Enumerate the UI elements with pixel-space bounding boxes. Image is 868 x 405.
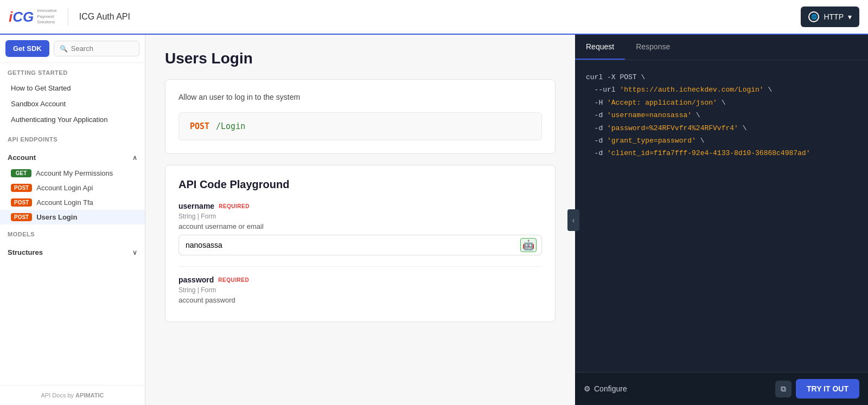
playground-title: API Code Playground xyxy=(178,178,542,191)
http-selector-button[interactable]: 🌐 HTTP ▾ xyxy=(801,7,859,27)
globe-icon: 🌐 xyxy=(808,11,819,22)
api-endpoints-title: API ENDPOINTS xyxy=(8,136,137,143)
sidebar-top-bar: Get SDK 🔍 xyxy=(0,35,145,63)
code-line-4: -d 'username=nanosassa' \ xyxy=(586,109,857,121)
sidebar-item-how-to-get-started[interactable]: How to Get Started xyxy=(8,80,137,96)
copy-button[interactable]: ⧉ xyxy=(775,381,792,397)
code-line-6: -d 'grant_type=password' \ xyxy=(586,134,857,147)
code-line-5: -d 'password=%24RFVvfr4%24RFVvfr4' \ xyxy=(586,122,857,134)
models-section: MODELS xyxy=(0,224,145,244)
sidebar-sub-item-users-login[interactable]: POST Users Login xyxy=(0,210,145,224)
username-input[interactable] xyxy=(178,235,542,255)
code-text: \ xyxy=(717,99,726,107)
http-label: HTTP xyxy=(824,12,844,21)
password-required-badge: REQUIRED xyxy=(218,277,249,283)
code-text: --url xyxy=(586,86,620,94)
code-text: -d xyxy=(586,137,607,145)
apimatic-brand: APIMATIC xyxy=(75,392,104,398)
code-text: \ xyxy=(738,124,747,132)
username-meta: String | Form xyxy=(178,213,542,220)
playground-section: API Code Playground username REQUIRED St… xyxy=(165,165,556,322)
collapse-panel-button[interactable]: ‹ xyxy=(567,209,579,231)
header-api-title: ICG Auth API xyxy=(79,12,130,22)
username-description: account username or email xyxy=(178,222,542,230)
logo-area: i CG Innovative Payment Solutions xyxy=(9,8,68,25)
description-text: Allow an user to log in to the system xyxy=(178,93,542,101)
endpoint-box: POST /Login xyxy=(178,112,542,140)
sidebar-footer: API Docs by APIMATIC xyxy=(0,385,145,405)
bot-icon: 🤖 xyxy=(520,238,537,252)
sidebar-sub-item-permissions[interactable]: GET Account My Permissions xyxy=(0,166,145,181)
code-text: -d xyxy=(586,111,607,119)
endpoint-path: /Login xyxy=(216,121,245,131)
api-endpoints-section: API ENDPOINTS xyxy=(0,130,145,149)
password-meta: String | Form xyxy=(178,286,542,294)
account-group-header[interactable]: Account ∧ xyxy=(0,149,145,166)
account-group-label: Account xyxy=(8,153,36,162)
code-line-3: -H 'Accept: application/json' \ xyxy=(586,97,857,109)
sidebar-item-label-active: Users Login xyxy=(36,213,77,221)
app-header: i CG Innovative Payment Solutions ICG Au… xyxy=(0,0,868,35)
code-text: -H xyxy=(586,99,607,107)
code-text: -d xyxy=(586,149,607,157)
endpoint-section: Allow an user to log in to the system PO… xyxy=(165,79,556,154)
configure-button[interactable]: ⚙ Configure xyxy=(584,384,627,393)
structures-group-header[interactable]: Structures ∨ xyxy=(0,244,145,261)
code-text: \ xyxy=(696,137,705,145)
tab-request[interactable]: Request xyxy=(575,35,625,60)
search-box: 🔍 xyxy=(54,41,139,56)
username-field: username REQUIRED String | Form account … xyxy=(178,202,542,255)
username-field-header: username REQUIRED xyxy=(178,202,542,210)
getting-started-title: GETTING STARTED xyxy=(8,69,137,76)
sidebar-item-authenticating[interactable]: Authenticating Your Application xyxy=(8,112,137,127)
password-field-header: password REQUIRED xyxy=(178,275,542,284)
sidebar-sub-item-login-tfa[interactable]: POST Account Login Tfa xyxy=(0,195,145,210)
getting-started-section: GETTING STARTED How to Get Started Sandb… xyxy=(0,63,145,130)
password-label: password xyxy=(178,275,214,284)
configure-label: Configure xyxy=(594,384,627,393)
tab-response[interactable]: Response xyxy=(625,35,681,60)
try-it-out-button[interactable]: TRY IT OUT xyxy=(796,379,859,398)
logo-cg: CG xyxy=(12,10,34,24)
code-string: 'client_id=f1fa7fff-92e4-4133-8d10-36868… xyxy=(607,149,810,157)
models-title: MODELS xyxy=(8,231,137,237)
panel-footer: ⚙ Configure ⧉ TRY IT OUT xyxy=(575,372,868,405)
gear-icon: ⚙ xyxy=(584,384,591,393)
sidebar-sub-item-login-api[interactable]: POST Account Login Api xyxy=(0,181,145,195)
field-divider xyxy=(178,266,542,267)
right-panel: ‹ Request Response curl -X POST \ --url … xyxy=(575,35,868,405)
account-group: Account ∧ GET Account My Permissions POS… xyxy=(0,149,145,224)
main-content: Users Login Allow an user to log in to t… xyxy=(145,35,575,405)
sidebar-item-label: Account Login Api xyxy=(36,184,93,192)
code-line-7: -d 'client_id=f1fa7fff-92e4-4133-8d10-36… xyxy=(586,147,857,159)
code-url: 'https://auth.icheckdev.com/Login' xyxy=(620,86,763,94)
code-area: curl -X POST \ --url 'https://auth.ichec… xyxy=(575,60,868,372)
post-badge: POST xyxy=(11,184,32,192)
search-input[interactable] xyxy=(71,44,133,53)
sidebar-item-sandbox-account[interactable]: Sandbox Account xyxy=(8,96,137,112)
username-input-wrap: 🤖 xyxy=(178,235,542,255)
chevron-down-icon-models: ∨ xyxy=(132,249,137,256)
code-text: \ xyxy=(764,86,773,94)
password-description: account password xyxy=(178,296,542,304)
username-label: username xyxy=(178,202,214,210)
code-text: \ xyxy=(692,111,700,119)
code-line-1: curl -X POST \ xyxy=(586,71,857,83)
get-sdk-button[interactable]: Get SDK xyxy=(5,40,49,57)
post-badge-active: POST xyxy=(11,213,32,221)
code-line-2: --url 'https://auth.icheckdev.com/Login'… xyxy=(586,83,857,96)
username-required-badge: REQUIRED xyxy=(219,203,250,209)
endpoint-method: POST xyxy=(190,121,209,131)
logo-i: i xyxy=(9,10,12,24)
sidebar-item-label: Account My Permissions xyxy=(36,169,113,177)
code-string: 'Accept: application/json' xyxy=(607,99,717,107)
code-string: 'username=nanosassa' xyxy=(607,111,692,119)
code-text: curl -X POST \ xyxy=(586,73,645,81)
password-field: password REQUIRED String | Form account … xyxy=(178,275,542,304)
code-string: 'password=%24RFVvfr4%24RFVvfr4' xyxy=(607,124,738,132)
panel-tabs: Request Response xyxy=(575,35,868,60)
get-badge: GET xyxy=(11,169,31,177)
sidebar-item-label: Account Login Tfa xyxy=(36,198,93,207)
chevron-down-icon: ▾ xyxy=(848,12,852,21)
code-string: 'grant_type=password' xyxy=(607,137,696,145)
